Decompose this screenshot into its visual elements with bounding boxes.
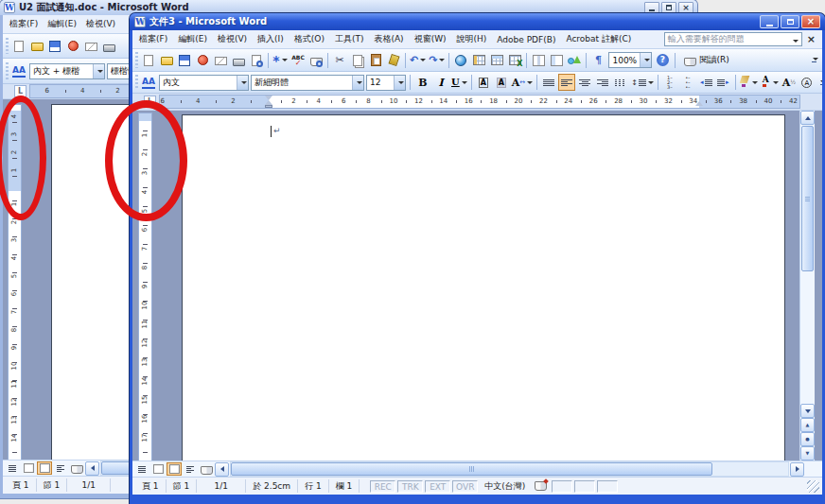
- font-combo[interactable]: 新細明體: [251, 75, 364, 91]
- vertical-scrollbar[interactable]: ▲ ● ▼: [799, 111, 815, 461]
- undo-icon[interactable]: ↶: [409, 52, 427, 69]
- close-button[interactable]: ×: [801, 15, 820, 28]
- menu-item-7[interactable]: 表格(A): [369, 31, 408, 47]
- tables-and-borders-icon[interactable]: [470, 52, 487, 69]
- restore-button[interactable]: [781, 15, 799, 28]
- select-browse-object-button[interactable]: ●: [800, 432, 815, 446]
- outline-view-icon[interactable]: [53, 461, 68, 475]
- scroll-left-button[interactable]: [85, 461, 99, 476]
- web-layout-view-icon[interactable]: [21, 461, 36, 475]
- zoom-combo[interactable]: 100%: [608, 52, 652, 68]
- print-icon[interactable]: [100, 38, 117, 55]
- menu-item-2[interactable]: 編輯(E): [173, 31, 212, 47]
- decrease-indent-icon[interactable]: ◂: [697, 74, 714, 91]
- combo-dropdown[interactable]: [237, 76, 248, 90]
- menu-item-2[interactable]: 編輯(E): [43, 16, 81, 32]
- print-icon[interactable]: [230, 52, 247, 69]
- toolbar-grip[interactable]: [6, 38, 9, 55]
- insert-table-icon[interactable]: [488, 52, 505, 69]
- italic-icon[interactable]: I: [432, 74, 449, 91]
- scroll-down-button[interactable]: [800, 404, 815, 418]
- menu-item-1[interactable]: 檔案(F): [5, 16, 43, 32]
- spelling-check-icon[interactable]: ABC✓: [290, 52, 307, 69]
- insert-hyperlink-icon[interactable]: [452, 52, 469, 69]
- line-spacing-icon[interactable]: ↕: [630, 74, 655, 91]
- status-ext-mode[interactable]: EXT: [425, 480, 450, 493]
- document-area[interactable]: 1234567891011121314151617 ↵ ▲ ● ▼: [132, 111, 822, 461]
- menu-close-icon[interactable]: ×: [802, 34, 820, 44]
- styles-and-formatting-icon[interactable]: AA: [10, 62, 27, 79]
- menu-item-3[interactable]: 檢視(V): [81, 16, 120, 32]
- tab-selector[interactable]: L: [14, 85, 26, 97]
- chevron-down-icon[interactable]: [791, 35, 799, 44]
- web-layout-view-icon[interactable]: [150, 462, 166, 476]
- increase-indent-icon[interactable]: ▸: [715, 74, 732, 91]
- underline-icon[interactable]: U: [450, 74, 468, 91]
- spelling-status-icon[interactable]: [535, 481, 547, 491]
- read-layout-button[interactable]: 閱讀(R): [679, 52, 733, 69]
- horizontal-ruler[interactable]: 6422468101214161820222426283032343638404…: [159, 95, 800, 109]
- character-scaling-icon[interactable]: A↔: [511, 74, 534, 91]
- open-icon[interactable]: [158, 52, 175, 69]
- toolbar-grip[interactable]: [135, 75, 138, 89]
- permission-icon[interactable]: [64, 38, 81, 55]
- email-icon[interactable]: [82, 38, 99, 55]
- document-page[interactable]: ↵: [182, 114, 785, 461]
- show-hide-marks-icon[interactable]: ¶: [589, 52, 606, 69]
- reference-book-icon[interactable]: [307, 52, 325, 69]
- font-size-combo[interactable]: 12: [366, 75, 406, 91]
- title-bar[interactable]: W 文件3 - Microsoft Word ×: [130, 13, 825, 30]
- horizontal-scrollbar[interactable]: [230, 461, 789, 477]
- print-layout-view-icon[interactable]: [167, 462, 182, 476]
- scroll-left-button[interactable]: [215, 462, 229, 477]
- toolbar-options-button[interactable]: [809, 51, 819, 68]
- character-shading-icon[interactable]: A: [493, 74, 510, 91]
- permission-icon[interactable]: [194, 52, 211, 69]
- save-icon[interactable]: [176, 52, 193, 69]
- minimize-button[interactable]: [644, 2, 659, 14]
- font-color-icon[interactable]: A: [760, 74, 780, 91]
- left-indent-marker[interactable]: [265, 105, 272, 108]
- columns-icon[interactable]: [530, 52, 547, 69]
- bold-icon[interactable]: B: [414, 74, 431, 91]
- menu-item-9[interactable]: 說明(H): [452, 31, 492, 47]
- menu-item-5[interactable]: 格式(O): [290, 31, 329, 47]
- normal-view-icon[interactable]: [5, 461, 20, 475]
- format-painter-icon[interactable]: [385, 52, 402, 69]
- align-left-icon[interactable]: [558, 74, 575, 91]
- menu-item-1[interactable]: 檔案(F): [134, 31, 172, 47]
- outline-view-icon[interactable]: [183, 462, 198, 476]
- combo-dropdown[interactable]: [352, 76, 363, 90]
- next-page-button[interactable]: ▼: [800, 446, 815, 461]
- menu-item-3[interactable]: 檢視(V): [213, 31, 252, 47]
- restore-button[interactable]: [661, 2, 676, 14]
- print-preview-icon[interactable]: [248, 52, 265, 69]
- scroll-thumb[interactable]: [231, 462, 712, 476]
- paste-icon[interactable]: [367, 52, 384, 69]
- status-rec-mode[interactable]: REC: [370, 480, 395, 493]
- copy-icon[interactable]: [349, 52, 366, 69]
- combo-dropdown[interactable]: [394, 76, 405, 90]
- menu-item-11[interactable]: Acrobat 註解(C): [561, 31, 636, 47]
- right-indent-marker[interactable]: [695, 101, 703, 106]
- styles-and-formatting-icon[interactable]: AA: [140, 74, 157, 91]
- asian-layout-icon[interactable]: A½: [781, 74, 798, 91]
- character-border-icon[interactable]: A: [475, 74, 492, 91]
- open-icon[interactable]: [28, 38, 45, 55]
- minimize-button[interactable]: [760, 15, 779, 28]
- resize-grip[interactable]: [807, 480, 819, 493]
- scroll-up-button[interactable]: [800, 111, 815, 125]
- style-combo[interactable]: 內文 + 標楷: [29, 63, 105, 79]
- previous-page-button[interactable]: ▲: [800, 418, 815, 432]
- research-icon[interactable]: *: [272, 52, 289, 69]
- toolbar-grip[interactable]: [135, 52, 138, 67]
- status-trk-mode[interactable]: TRK: [397, 480, 423, 493]
- combo-dropdown[interactable]: [640, 53, 651, 67]
- align-right-icon[interactable]: [594, 74, 611, 91]
- enclosed-character-icon[interactable]: A: [799, 74, 816, 91]
- cut-icon[interactable]: ✂: [331, 52, 348, 69]
- document-map-icon[interactable]: [548, 52, 565, 69]
- email-icon[interactable]: [212, 52, 229, 69]
- print-layout-view-icon[interactable]: [37, 461, 52, 475]
- style-combo[interactable]: 內文: [159, 75, 249, 91]
